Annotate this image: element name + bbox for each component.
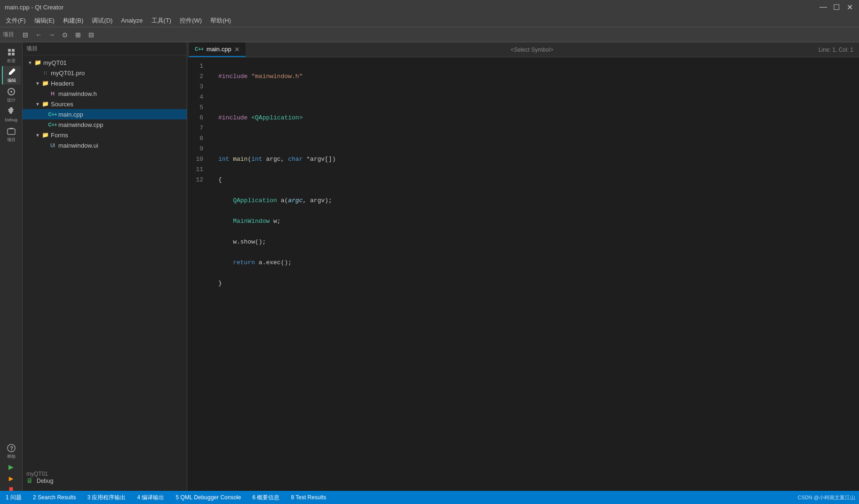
tab-bar: C++ main.cpp ✕ <Select Symbol> Line: 1, … [187,42,859,57]
code-content[interactable]: #include "mainwindow.h" #include <QAppli… [211,57,859,465]
window-controls: — ☐ ✕ [819,2,854,12]
sidebar-item-welcome[interactable]: 欢迎 [2,46,21,65]
tab-main-cpp[interactable]: C++ main.cpp ✕ [189,42,246,57]
tab-position: Line: 1, Col: 1 [819,42,857,57]
svg-point-5 [10,91,12,93]
code-line-4 [218,134,851,144]
tree-item-mainwindow-h[interactable]: H mainwindow.h [23,88,187,99]
cpp-icon-mainwindow: C++ [49,121,56,128]
menu-bar: 文件(F) 编辑(E) 构建(B) 调试(D) Analyze 工具(T) 控件… [0,14,859,27]
menu-debug[interactable]: 调试(D) [88,16,116,26]
code-line-3: #include <QApplication> [218,113,851,123]
status-search[interactable]: 2 Search Results [31,494,78,501]
sidebar-edit-label: 编辑 [8,78,16,84]
tree-item-mainwindow-cpp[interactable]: C++ mainwindow.cpp [23,119,187,130]
maximize-button[interactable]: ☐ [832,2,841,12]
debug-label: Debug [37,478,53,484]
menu-analyze[interactable]: Analyze [117,16,146,25]
code-line-6: { [218,175,851,185]
arrow-sources: ▼ [34,100,41,108]
cpp-icon-main: C++ [49,110,56,118]
file-tree-title: 项目 [26,45,38,53]
toolbar-back-btn[interactable]: ← [33,29,44,40]
bottom-left-panel: ▶ ▶ ■ myQT01 🖥 Debug [0,465,859,491]
tree-label-mainwindow-ui: mainwindow.ui [58,142,98,149]
tree-item-pro[interactable]: ∷ myQT01.pro [23,68,187,78]
toolbar-filter-btn[interactable]: ⊟ [20,29,31,40]
menu-edit[interactable]: 编辑(E) [31,16,58,26]
minimize-button[interactable]: — [819,2,828,12]
status-compile-output[interactable]: 4 编译输出 [135,494,166,502]
toolbar-expand-btn[interactable]: ⊞ [72,29,84,40]
menu-file[interactable]: 文件(F) [2,16,30,26]
symbol-selector-label: <Select Symbol> [510,47,553,53]
status-tests[interactable]: 8 Test Results [289,494,328,501]
run-button[interactable]: ▶ [7,462,16,472]
toolbar: 项目 ⊟ ← → ⊙ ⊞ ⊟ [0,27,859,42]
toolbar-sync-btn[interactable]: ⊙ [59,29,71,40]
tree-item-mainwindow-ui[interactable]: UI mainwindow.ui [23,140,187,150]
stop-button[interactable]: ■ [7,485,16,494]
sidebar-debug-label: Debug [5,118,17,122]
device-icon: 🖥 [26,477,33,485]
folder-icon-myqt01: 📁 [34,59,41,66]
tree-item-main-cpp[interactable]: C++ main.cpp [23,109,187,119]
sidebar-item-edit[interactable]: 编辑 [2,66,21,85]
window-title: main.cpp - Qt Creator [5,4,819,11]
watermark: CSDN @小柯南文案江山 [798,494,855,501]
arrow-headers: ▼ [34,79,41,87]
tree-label-headers: Headers [51,80,74,87]
folder-icon-forms: 📁 [41,131,49,139]
code-line-7: QApplication a(argc, argv); [218,196,851,206]
file-tree-content[interactable]: ▼ 📁 myQT01 ∷ myQT01.pro ▼ 📁 Headers H ma… [23,55,187,465]
tree-item-myqt01[interactable]: ▼ 📁 myQT01 [23,57,187,68]
sidebar-icons: 欢迎 编辑 设计 Debug 项目 ? 帮助 [0,42,23,465]
line-numbers: 12345 678910 1112 [187,57,211,465]
status-app-output[interactable]: 3 应用程序输出 [85,494,127,502]
sidebar-item-debug[interactable]: Debug [2,105,21,124]
tree-label-mainwindow-cpp: mainwindow.cpp [58,121,103,128]
menu-tools[interactable]: 工具(T) [148,16,175,26]
kit-name: myQT01 [26,471,48,477]
sidebar-bottom-icons: ? 帮助 [2,442,21,465]
toolbar-collapse-btn[interactable]: ⊟ [86,29,97,40]
close-button[interactable]: ✕ [845,2,854,12]
tab-close-btn[interactable]: ✕ [234,46,240,53]
status-problems[interactable]: 1 问题 [4,494,24,502]
menu-build[interactable]: 构建(B) [59,16,87,26]
cursor-position: Line: 1, Col: 1 [819,47,853,53]
file-tree-header: 项目 [23,42,187,55]
tree-item-sources[interactable]: ▼ 📁 Sources [23,99,187,109]
tree-item-forms[interactable]: ▼ 📁 Forms [23,130,187,140]
code-line-2 [218,92,851,102]
svg-rect-2 [8,53,11,55]
menu-help[interactable]: 帮助(H) [207,16,235,26]
arrow-pro [34,69,41,77]
toolbar-forward-btn[interactable]: → [46,29,57,40]
status-general[interactable]: 6 概要信息 [250,494,281,502]
file-tree-panel: 项目 ▼ 📁 myQT01 ∷ myQT01.pro ▼ 📁 Headers [23,42,187,465]
ui-icon: UI [49,142,56,149]
tree-label-pro: myQT01.pro [51,70,85,77]
code-line-11: } [218,278,851,289]
editor-area: C++ main.cpp ✕ <Select Symbol> Line: 1, … [187,42,859,465]
menu-controls[interactable]: 控件(W) [176,16,206,26]
code-line-9: w.show(); [218,237,851,247]
svg-rect-1 [12,49,15,52]
code-line-8: MainWindow w; [218,216,851,227]
folder-icon-headers: 📁 [41,79,49,87]
symbol-selector[interactable]: <Select Symbol> [507,42,557,57]
debug-run-button[interactable]: ▶ [7,474,16,483]
sidebar-item-design[interactable]: 设计 [2,86,21,104]
sidebar-item-help[interactable]: ? 帮助 [2,442,21,461]
svg-rect-0 [8,49,11,52]
sidebar-welcome-label: 欢迎 [7,58,16,64]
tree-label-forms: Forms [51,132,68,139]
tree-label-main-cpp: main.cpp [58,111,83,118]
arrow-mainwindow-h [41,90,49,97]
status-qml[interactable]: 5 QML Debugger Console [174,494,243,501]
tree-item-headers[interactable]: ▼ 📁 Headers [23,78,187,88]
tab-cpp-icon: C++ [195,47,204,52]
main-content: 欢迎 编辑 设计 Debug 项目 ? 帮助 项目 [0,42,859,465]
sidebar-item-project[interactable]: 项目 [2,125,21,144]
